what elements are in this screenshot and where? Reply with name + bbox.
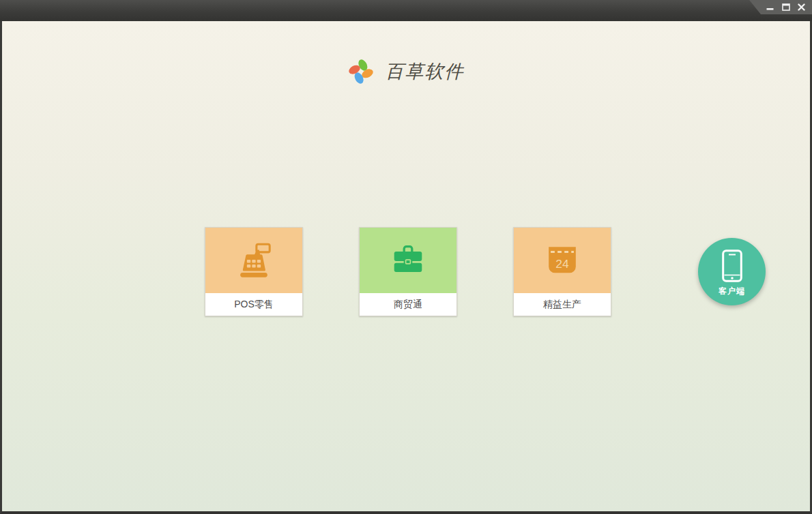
product-label: POS零售	[205, 293, 302, 316]
calendar-icon: 24	[542, 241, 582, 280]
product-card-trade[interactable]: 商贸通	[359, 227, 457, 316]
product-tile	[205, 228, 302, 293]
app-title: 百草软件	[386, 59, 465, 84]
brand-header: 百草软件	[2, 58, 810, 85]
close-icon	[798, 3, 805, 11]
product-card-lean-production[interactable]: 24 精益生产	[513, 227, 611, 316]
pinwheel-logo-icon	[348, 59, 374, 85]
maximize-button[interactable]	[779, 1, 793, 14]
titlebar	[0, 0, 812, 21]
smartphone-icon	[722, 250, 742, 282]
svg-text:24: 24	[555, 257, 569, 271]
briefcase-icon	[388, 241, 428, 280]
product-label: 精益生产	[514, 293, 611, 316]
minimize-icon	[766, 3, 774, 11]
close-button[interactable]	[794, 1, 809, 14]
product-card-pos-retail[interactable]: POS零售	[205, 227, 303, 316]
maximize-icon	[782, 3, 790, 11]
product-label: 商贸通	[360, 293, 456, 316]
main-content: 百草软件 POS零售	[0, 21, 812, 514]
product-tile: 24	[514, 228, 611, 293]
client-button-label: 客户端	[719, 286, 745, 297]
cash-register-icon	[234, 241, 274, 280]
minimize-button[interactable]	[763, 1, 777, 14]
product-tile	[360, 228, 456, 293]
window-controls	[749, 0, 812, 14]
client-button[interactable]: 客户端	[698, 238, 766, 305]
